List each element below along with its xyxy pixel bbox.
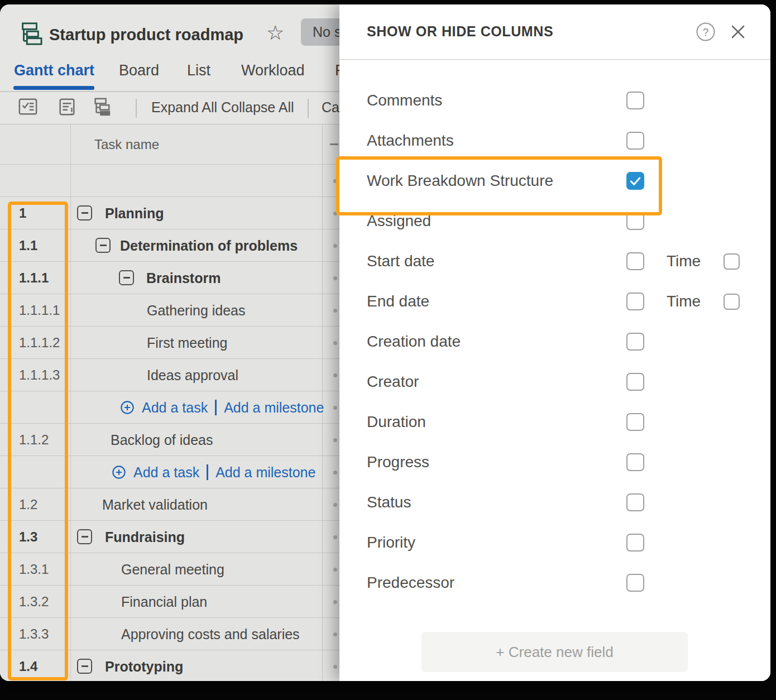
wbs-number: 1.1 bbox=[19, 229, 37, 262]
wbs-number: 1.3 bbox=[19, 521, 37, 553]
svg-text:?: ? bbox=[703, 26, 709, 38]
favorite-star-icon[interactable]: ☆ bbox=[266, 21, 284, 45]
deadline-alert-icon[interactable] bbox=[57, 97, 77, 117]
column-option-assigned: Assigned bbox=[339, 201, 770, 241]
task-name: Brainstorm bbox=[146, 262, 221, 294]
column-options-dash-icon[interactable] bbox=[330, 143, 338, 145]
add-task-link[interactable]: Add a task bbox=[133, 464, 199, 481]
task-name: Prototyping bbox=[105, 650, 183, 681]
add-task-link[interactable]: Add a task bbox=[142, 400, 208, 416]
time-checkbox[interactable] bbox=[724, 294, 740, 310]
option-label: Start date bbox=[367, 241, 434, 281]
option-label: Progress bbox=[367, 442, 429, 482]
task-name: Gathering ideas bbox=[147, 294, 246, 327]
task-name: Fundraising bbox=[105, 521, 185, 553]
option-label: Attachments bbox=[367, 121, 454, 161]
row-dot bbox=[333, 600, 337, 604]
row-dot bbox=[333, 568, 337, 572]
wbs-number: 1.1.1.3 bbox=[19, 359, 60, 391]
checkbox[interactable] bbox=[626, 212, 644, 230]
option-label: Work Breakdown Structure bbox=[367, 161, 553, 201]
checkbox[interactable] bbox=[626, 534, 644, 552]
row-dot bbox=[333, 373, 337, 377]
collapse-toggle[interactable] bbox=[119, 270, 134, 285]
column-option-predecessor: Predecessor bbox=[339, 563, 770, 603]
row-dot bbox=[333, 471, 337, 474]
column-option-attachments: Attachments bbox=[339, 121, 770, 161]
collapse-all-button[interactable]: Collapse All bbox=[221, 93, 294, 124]
option-label: Comments bbox=[367, 80, 442, 121]
row-dot bbox=[333, 309, 337, 313]
column-option-start-date: Start date Time bbox=[339, 241, 770, 281]
link-divider bbox=[207, 464, 208, 480]
option-label: Creator bbox=[367, 362, 419, 402]
tab-board[interactable]: Board bbox=[119, 62, 159, 79]
wbs-number: 1.3.1 bbox=[19, 553, 49, 586]
option-label: Creation date bbox=[367, 322, 461, 362]
row-dot bbox=[333, 632, 337, 636]
help-icon[interactable]: ? bbox=[696, 22, 716, 42]
collapse-toggle[interactable] bbox=[77, 529, 92, 544]
tab-list[interactable]: List bbox=[187, 62, 210, 79]
screenshot-stage: Startup product roadmap ☆ No s Gantt cha… bbox=[0, 0, 776, 700]
wbs-number: 1.1.2 bbox=[19, 424, 49, 456]
checkbox[interactable] bbox=[626, 333, 644, 351]
checkbox[interactable] bbox=[626, 293, 644, 310]
option-label: Predecessor bbox=[367, 563, 454, 603]
checkbox[interactable] bbox=[626, 132, 644, 150]
option-label: Assigned bbox=[367, 201, 431, 241]
checkbox[interactable] bbox=[626, 373, 644, 391]
option-label: End date bbox=[367, 281, 429, 322]
wbs-number: 1.2 bbox=[19, 488, 37, 521]
expand-all-button[interactable]: Expand All bbox=[151, 93, 217, 124]
wbs-number: 1.1.1.1 bbox=[19, 294, 60, 327]
checkbox[interactable] bbox=[626, 92, 644, 109]
toolbar-separator bbox=[136, 99, 137, 118]
column-option-comments: Comments bbox=[339, 80, 770, 121]
show-hide-columns-panel: SHOW OR HIDE COLUMNS ? Comments Attachme… bbox=[339, 4, 770, 681]
app-window: Startup product roadmap ☆ No s Gantt cha… bbox=[0, 4, 770, 681]
checkbox[interactable] bbox=[626, 413, 644, 431]
task-list-icon[interactable] bbox=[18, 97, 38, 117]
collapse-toggle[interactable] bbox=[95, 238, 111, 253]
wbs-number: 1.1.1 bbox=[19, 262, 49, 294]
tab-gantt-chart[interactable]: Gantt chart bbox=[14, 62, 94, 79]
checkbox[interactable] bbox=[626, 453, 644, 471]
close-icon[interactable] bbox=[729, 23, 747, 41]
row-dot bbox=[333, 179, 337, 183]
row-dot bbox=[333, 503, 337, 507]
collapse-toggle[interactable] bbox=[77, 205, 92, 220]
plus-circle-icon[interactable] bbox=[120, 400, 135, 415]
time-label: Time bbox=[667, 281, 701, 322]
panel-title: SHOW OR HIDE COLUMNS bbox=[367, 23, 553, 40]
checkbox[interactable] bbox=[626, 574, 644, 592]
wbs-number: 1 bbox=[19, 197, 26, 229]
column-option-creation-date: Creation date bbox=[339, 322, 770, 362]
plus-circle-icon[interactable] bbox=[112, 465, 126, 480]
checkbox[interactable] bbox=[626, 172, 644, 190]
column-option-duration: Duration bbox=[339, 402, 770, 442]
project-logo-icon bbox=[18, 21, 42, 46]
task-name: Approving costs and salaries bbox=[121, 618, 300, 650]
row-dot bbox=[333, 212, 337, 215]
wbs-number: 1.3.2 bbox=[19, 586, 49, 618]
time-checkbox[interactable] bbox=[724, 253, 740, 270]
column-option-priority: Priority bbox=[339, 522, 770, 563]
collapse-toggle[interactable] bbox=[77, 659, 92, 674]
toolbar-separator bbox=[308, 99, 309, 118]
row-dot bbox=[333, 341, 337, 345]
task-name: Financial plan bbox=[121, 586, 207, 618]
task-name-column-header[interactable]: Task name bbox=[94, 124, 159, 165]
add-milestone-link[interactable]: Add a milestone bbox=[224, 400, 324, 416]
task-name: First meeting bbox=[147, 327, 227, 359]
checkbox[interactable] bbox=[626, 252, 644, 270]
wbs-structure-icon[interactable] bbox=[92, 97, 112, 117]
checkbox[interactable] bbox=[626, 493, 644, 511]
row-dot bbox=[333, 276, 337, 280]
add-milestone-link[interactable]: Add a milestone bbox=[215, 464, 315, 481]
wbs-number: 1.3.3 bbox=[19, 618, 49, 650]
create-new-field-button[interactable]: + Create new field bbox=[421, 632, 688, 672]
tab-workload[interactable]: Workload bbox=[241, 62, 305, 79]
column-option-end-date: End date Time bbox=[339, 281, 770, 322]
active-tab-underline bbox=[13, 86, 94, 90]
